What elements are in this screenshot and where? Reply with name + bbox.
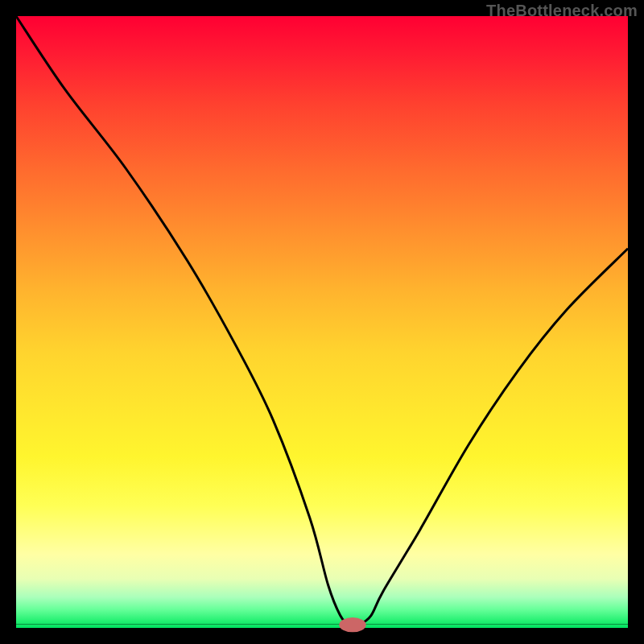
- optimum-marker: [339, 617, 365, 632]
- bottleneck-curve: [16, 16, 628, 626]
- watermark-text: TheBottleneck.com: [486, 2, 638, 20]
- plot-gradient-area: [16, 16, 628, 628]
- chart-svg: [16, 16, 628, 628]
- chart-frame: TheBottleneck.com: [0, 0, 644, 644]
